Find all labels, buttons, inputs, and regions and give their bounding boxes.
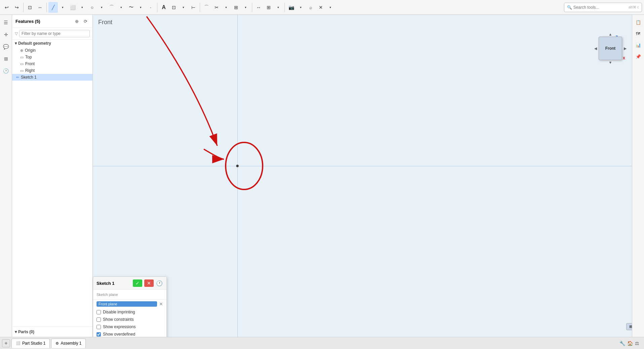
sketch-plane-close[interactable]: ✕	[159, 301, 163, 307]
sidebar-settings-button[interactable]: ⟳	[82, 17, 89, 25]
imprinting-label: Disable imprinting	[103, 310, 135, 314]
search-tools-input[interactable]	[573, 5, 627, 10]
main-toolbar: ↩ ↪ ⊡ ↔ ╱ ▾ ⬜ ▾ ○ ▾ ⌒ ▾ 〜 ▾ · A ⊡ ▾ ⊢ ⌒ …	[0, 0, 644, 15]
tree-item-top[interactable]: ▭ Top	[12, 54, 92, 60]
mirror-button[interactable]: ↔	[35, 2, 45, 13]
parts-section: ▾ Parts (0)	[12, 326, 92, 337]
tree-item-origin[interactable]: ⊕ Origin	[12, 47, 92, 54]
offset-tool-caret[interactable]: ▾	[179, 2, 188, 13]
menu-button[interactable]: ☰	[1, 17, 11, 28]
point-tool-button[interactable]: ·	[146, 2, 155, 13]
transform-caret[interactable]: ▾	[241, 2, 250, 13]
undo-button[interactable]: ↩	[2, 2, 11, 13]
tab-part-studio[interactable]: ⬜ Part Studio 1	[11, 339, 50, 348]
constraints-button[interactable]: ⊢	[189, 2, 198, 13]
sketch-cancel-button[interactable]: ✕	[144, 279, 154, 287]
cube-bottom-button[interactable]: ▼	[609, 60, 612, 64]
bottom-wrench-button[interactable]: 🔧	[619, 341, 625, 346]
history-button[interactable]: 🕐	[1, 66, 11, 76]
imprinting-checkbox[interactable]	[97, 310, 101, 314]
circle-tool-caret[interactable]: ▾	[97, 2, 106, 13]
axis-x-label: X	[623, 56, 625, 60]
tab-assembly[interactable]: ⚙ Assembly 1	[51, 339, 86, 348]
image-button[interactable]: 📷	[287, 2, 296, 13]
constraints-label: Show constraints	[103, 317, 134, 322]
snap-button[interactable]: ✕	[316, 2, 326, 13]
feature-tree: ▾ Default geometry ⊕ Origin ▭ Top ▭ Fron…	[12, 40, 92, 326]
right-panel-btn-2[interactable]: 🗺	[634, 29, 643, 38]
sidebar-header-icons: ⊕ ⟳	[73, 17, 89, 25]
right-label: Right	[25, 68, 35, 73]
copy-button[interactable]: ⊡	[25, 2, 35, 13]
feature-search-filter: ▽	[12, 28, 92, 40]
spline-tool-button[interactable]: 〜	[126, 2, 136, 13]
annotation-arrow	[93, 15, 644, 337]
constraints-checkbox[interactable]	[97, 317, 101, 322]
front-label: Front	[25, 61, 35, 66]
text-tool-button[interactable]: A	[159, 2, 168, 13]
nav-cube: Z X ▲ ▼ ◀ ▶ Front	[594, 32, 627, 65]
rectangle-tool-button[interactable]: ⬜	[68, 2, 77, 13]
nav-cube-face[interactable]: Front	[599, 37, 622, 60]
arc-tool-caret[interactable]: ▾	[116, 2, 126, 13]
trim-button[interactable]: ✂	[212, 2, 221, 13]
add-tab-button[interactable]: +	[2, 339, 10, 347]
default-geometry-header[interactable]: ▾ Default geometry	[12, 40, 92, 47]
rectangle-tool-caret[interactable]: ▾	[77, 2, 87, 13]
snap-caret[interactable]: ▾	[326, 2, 335, 13]
cube-right-button[interactable]: ▶	[624, 46, 627, 51]
image-caret[interactable]: ▾	[296, 2, 305, 13]
tree-item-front[interactable]: ▭ Front	[12, 60, 92, 67]
trim-caret[interactable]: ▾	[221, 2, 231, 13]
circle-tool-button[interactable]: ○	[87, 2, 97, 13]
right-panel-btn-3[interactable]: 📊	[634, 40, 643, 50]
expressions-checkbox[interactable]	[97, 325, 101, 329]
search-tools-box: 🔍 alt/⌘ c	[564, 3, 642, 12]
vertical-axis	[237, 15, 238, 337]
right-panel-btn-1[interactable]: 📋	[634, 17, 643, 27]
redo-button[interactable]: ↪	[12, 2, 22, 13]
line-tool-caret[interactable]: ▾	[58, 2, 67, 13]
cube-left-button[interactable]: ◀	[594, 46, 597, 51]
sidebar-header: Features (5) ⊕ ⟳	[12, 15, 92, 28]
tab-assembly-icon: ⚙	[55, 341, 59, 346]
features-title: Features (5)	[15, 19, 71, 24]
sketch-history-button[interactable]: 🕐	[156, 279, 163, 287]
nav-cube-face-label: Front	[605, 46, 616, 51]
origin-icon: ⊕	[20, 48, 23, 53]
pattern-caret[interactable]: ▾	[273, 2, 283, 13]
bottom-tabs: + ⬜ Part Studio 1 ⚙ Assembly 1 🔧 🏠 ⚖	[0, 337, 644, 349]
sidebar-add-button[interactable]: ⊕	[73, 17, 80, 25]
spline-tool-caret[interactable]: ▾	[136, 2, 145, 13]
variables-button[interactable]: ⊞	[1, 54, 11, 64]
bottom-right-icons: 🔧 🏠 ⚖	[619, 341, 642, 346]
bottom-home-button[interactable]: 🏠	[627, 341, 633, 346]
bottom-scale-button[interactable]: ⚖	[635, 341, 639, 346]
filter-input[interactable]	[19, 30, 90, 37]
sketch-plane-tag[interactable]: Front plane	[97, 301, 157, 307]
sketch-panel-title: Sketch 1	[97, 281, 131, 286]
top-plane-icon: ▭	[20, 55, 24, 59]
tree-item-right[interactable]: ▭ Right	[12, 67, 92, 74]
sketch-confirm-button[interactable]: ✓	[133, 279, 142, 287]
right-panel-btn-4[interactable]: 📌	[634, 52, 643, 61]
canvas-area[interactable]: Front Z X ▲ ▼ ◀ ▶ Front ⊞▾	[93, 15, 644, 337]
divider-4	[200, 3, 200, 12]
arc-tool-button[interactable]: ⌒	[107, 2, 116, 13]
fillet-button[interactable]: ⌒	[202, 2, 211, 13]
top-label: Top	[25, 55, 32, 59]
add-feature-button[interactable]: ✛	[1, 30, 11, 40]
tree-item-sketch1[interactable]: ✏ Sketch 1	[12, 74, 92, 81]
offset-tool-button[interactable]: ⊡	[169, 2, 179, 13]
sketch-panel: Sketch 1 ✓ ✕ 🕐 Sketch plane Front plane …	[93, 276, 167, 337]
dimension-button[interactable]: ↔	[254, 2, 263, 13]
transform-button[interactable]: ⊞	[231, 2, 241, 13]
parts-header[interactable]: ▾ Parts (0)	[12, 328, 92, 336]
comment-button[interactable]: 💬	[1, 42, 11, 52]
overdefined-checkbox[interactable]	[97, 332, 101, 337]
pattern-button[interactable]: ⊞	[264, 2, 273, 13]
line-tool-button[interactable]: ╱	[48, 2, 58, 13]
measure-button[interactable]: ⌕	[306, 2, 315, 13]
parts-collapse-icon: ▾	[15, 330, 17, 334]
cube-top-button[interactable]: ▲	[609, 32, 612, 36]
